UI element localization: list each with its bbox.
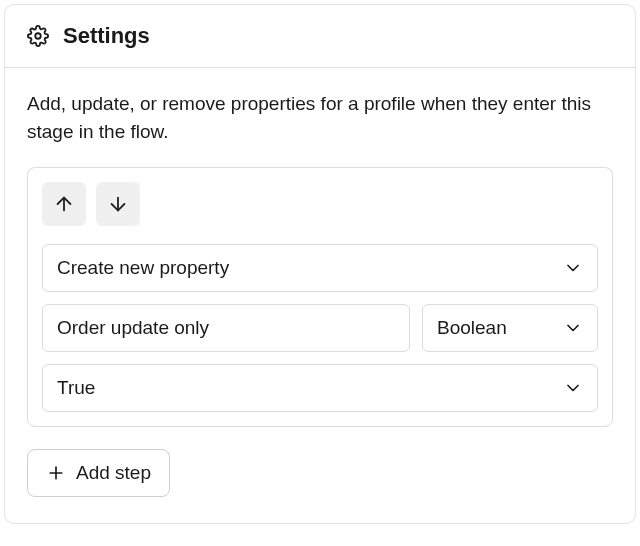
settings-panel: Settings Add, update, or remove properti… [4, 4, 636, 524]
panel-description: Add, update, or remove properties for a … [27, 90, 613, 145]
action-select[interactable]: Create new property [42, 244, 598, 292]
chevron-down-icon [563, 318, 583, 338]
panel-body: Add, update, or remove properties for a … [5, 68, 635, 523]
panel-header: Settings [5, 5, 635, 68]
gear-icon [27, 25, 49, 47]
panel-title: Settings [63, 23, 150, 49]
chevron-down-icon [563, 378, 583, 398]
value-select[interactable]: True [42, 364, 598, 412]
chevron-down-icon [563, 258, 583, 278]
property-name-value: Order update only [57, 317, 209, 339]
arrow-down-icon [107, 193, 129, 215]
property-name-field[interactable]: Order update only [42, 304, 410, 352]
type-select[interactable]: Boolean [422, 304, 598, 352]
add-step-button[interactable]: Add step [27, 449, 170, 497]
type-select-value: Boolean [437, 317, 507, 339]
step-box: Create new property Order update only Bo… [27, 167, 613, 427]
action-select-value: Create new property [57, 257, 229, 279]
move-up-button[interactable] [42, 182, 86, 226]
move-down-button[interactable] [96, 182, 140, 226]
reorder-controls [42, 182, 598, 226]
plus-icon [46, 463, 66, 483]
arrow-up-icon [53, 193, 75, 215]
svg-point-0 [35, 33, 41, 39]
value-select-value: True [57, 377, 95, 399]
add-step-label: Add step [76, 462, 151, 484]
